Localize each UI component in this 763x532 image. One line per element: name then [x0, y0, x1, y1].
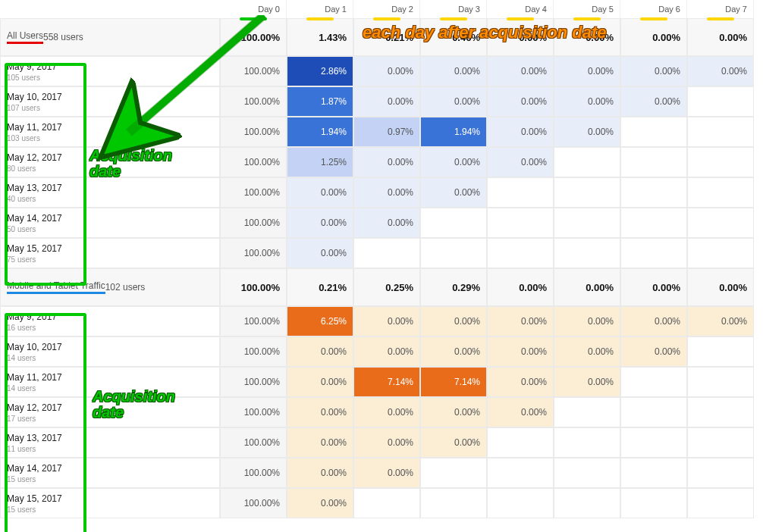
- cohort-cell: [487, 238, 554, 268]
- segment-header[interactable]: All Users558 users: [0, 18, 220, 56]
- segment-summary-cell: 0.00%: [687, 18, 754, 56]
- cohort-cell: 0.00%: [287, 488, 353, 518]
- cohort-cell: [554, 238, 620, 268]
- cohort-row-header[interactable]: May 11, 201714 users: [0, 367, 220, 397]
- cohort-cell: 0.00%: [487, 56, 554, 86]
- cohort-cell: [420, 488, 487, 518]
- cohort-row-header[interactable]: May 13, 201711 users: [0, 427, 220, 458]
- segment-title: All Users: [7, 30, 43, 44]
- cohort-users: 15 users: [7, 475, 36, 483]
- header-underline-icon: [440, 17, 467, 20]
- cohort-cell: [687, 86, 754, 117]
- cohort-cell: [420, 458, 487, 488]
- cohort-cell: 0.00%: [420, 306, 487, 336]
- segment-header[interactable]: Mobile and Tablet Traffic102 users: [0, 268, 220, 306]
- cohort-row-header[interactable]: May 9, 201716 users: [0, 306, 220, 336]
- cohort-cell: 0.00%: [554, 336, 620, 367]
- column-header-day-5[interactable]: Day 5: [554, 0, 620, 18]
- cohort-cell: [687, 397, 754, 427]
- cohort-users: 80 users: [7, 164, 36, 173]
- cohort-cell: 100.00%: [220, 56, 287, 86]
- column-header-day-3[interactable]: Day 3: [420, 0, 487, 18]
- cohort-users: 16 users: [7, 324, 36, 332]
- cohort-cell: [620, 427, 687, 458]
- cohort-cell: 0.00%: [554, 86, 620, 117]
- cohort-cell: [353, 488, 420, 518]
- header-underline-icon: [306, 17, 334, 20]
- cohort-cell: [554, 458, 620, 488]
- cohort-row-header[interactable]: May 11, 2017103 users: [0, 117, 220, 147]
- cohort-cell: [620, 177, 687, 208]
- cohort-cell: 0.00%: [554, 56, 620, 86]
- cohort-date: May 13, 2017: [7, 433, 62, 443]
- cohort-cell: [554, 397, 620, 427]
- cohort-cell: 0.00%: [420, 336, 487, 367]
- cohort-row-header[interactable]: May 13, 201740 users: [0, 177, 220, 208]
- cohort-cell: [687, 208, 754, 238]
- cohort-cell: [687, 488, 754, 518]
- column-header-day-7[interactable]: Day 7: [687, 0, 754, 18]
- cohort-users: 40 users: [7, 195, 36, 203]
- cohort-row-header[interactable]: May 12, 201780 users: [0, 147, 220, 177]
- cohort-cell: 0.00%: [353, 336, 420, 367]
- cohort-row-header[interactable]: May 14, 201715 users: [0, 458, 220, 488]
- segment-title: Mobile and Tablet Traffic: [7, 280, 105, 294]
- cohort-users: 107 users: [7, 104, 40, 112]
- cohort-cell: [687, 336, 754, 367]
- cohort-date: May 9, 2017: [7, 311, 57, 322]
- cohort-cell: [620, 367, 687, 397]
- segment-subtitle: 558 users: [43, 32, 83, 42]
- cohort-cell: 0.00%: [287, 397, 353, 427]
- cohort-cell: 0.00%: [420, 397, 487, 427]
- cohort-cell: 0.00%: [620, 336, 687, 367]
- cohort-cell: 100.00%: [220, 397, 287, 427]
- column-header-day-6[interactable]: Day 6: [620, 0, 687, 18]
- column-header-day-2[interactable]: Day 2: [353, 0, 420, 18]
- cohort-row-header[interactable]: May 10, 201714 users: [0, 336, 220, 367]
- cohort-table: Day 0Day 1Day 2Day 3Day 4Day 5Day 6Day 7…: [0, 0, 763, 518]
- cohort-cell: 100.00%: [220, 336, 287, 367]
- cohort-users: 15 users: [7, 505, 36, 514]
- cohort-cell: 0.00%: [487, 86, 554, 117]
- cohort-cell: 0.00%: [420, 56, 487, 86]
- cohort-cell: [487, 458, 554, 488]
- cohort-date: May 14, 2017: [7, 463, 62, 474]
- cohort-cell: [620, 208, 687, 238]
- cohort-cell: 0.00%: [487, 306, 554, 336]
- cohort-row-header[interactable]: May 14, 201750 users: [0, 208, 220, 238]
- cohort-row-header[interactable]: May 15, 201715 users: [0, 488, 220, 518]
- cohort-cell: 0.00%: [487, 147, 554, 177]
- cohort-cell: [687, 238, 754, 268]
- cohort-cell: 0.00%: [487, 117, 554, 147]
- cohort-cell: 100.00%: [220, 177, 287, 208]
- cohort-cell: 100.00%: [220, 238, 287, 268]
- cohort-cell: [687, 177, 754, 208]
- cohort-users: 14 users: [7, 354, 36, 362]
- cohort-cell: [487, 488, 554, 518]
- cohort-row-header[interactable]: May 15, 201775 users: [0, 238, 220, 268]
- cohort-cell: 100.00%: [220, 488, 287, 518]
- cohort-cell: [687, 117, 754, 147]
- cohort-row-header[interactable]: May 12, 201717 users: [0, 397, 220, 427]
- cohort-cell: [620, 117, 687, 147]
- cohort-cell: 0.00%: [353, 306, 420, 336]
- cohort-date: May 10, 2017: [7, 342, 62, 352]
- cohort-cell: 0.00%: [554, 367, 620, 397]
- cohort-cell: 0.00%: [420, 177, 487, 208]
- cohort-date: May 11, 2017: [7, 122, 62, 133]
- cohort-date: May 10, 2017: [7, 92, 62, 102]
- cohort-cell: [353, 238, 420, 268]
- cohort-cell: 0.00%: [353, 177, 420, 208]
- cohort-cell: 100.00%: [220, 458, 287, 488]
- cohort-row-header[interactable]: May 10, 2017107 users: [0, 86, 220, 117]
- cohort-cell: 0.00%: [487, 336, 554, 367]
- column-header-day-1[interactable]: Day 1: [287, 0, 353, 18]
- cohort-cell: 0.00%: [620, 306, 687, 336]
- segment-summary-cell: 0.00%: [687, 268, 754, 306]
- column-header-day-0[interactable]: Day 0: [220, 0, 287, 18]
- cohort-cell: 0.00%: [353, 397, 420, 427]
- cohort-row-header[interactable]: May 9, 2017105 users: [0, 56, 220, 86]
- column-header-day-4[interactable]: Day 4: [487, 0, 554, 18]
- cohort-date: May 12, 2017: [7, 152, 62, 163]
- segment-summary-cell: 0.00%: [620, 18, 687, 56]
